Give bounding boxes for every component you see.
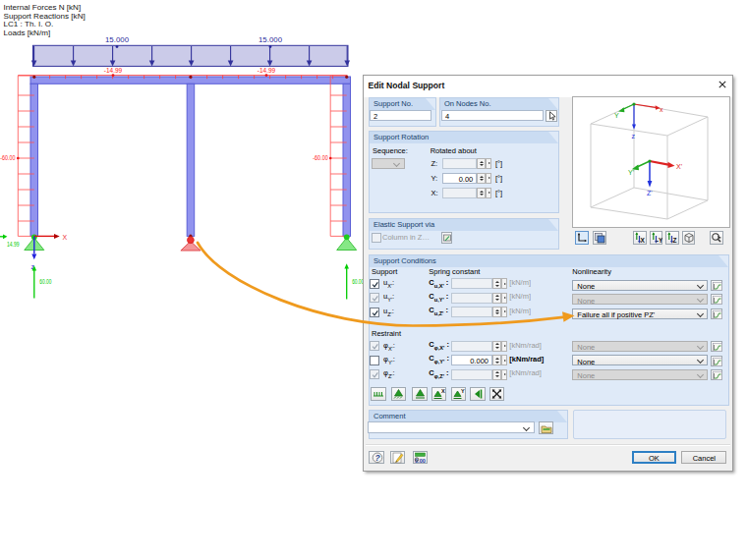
svg-text:0.00: 0.00: [415, 458, 426, 464]
svg-text:X: X: [63, 234, 68, 241]
svg-text:X': X': [676, 163, 682, 170]
svg-text:15.000: 15.000: [259, 35, 282, 44]
svg-text:Loads [kN/m]: Loads [kN/m]: [4, 28, 51, 37]
svg-text:Y': Y': [628, 169, 634, 176]
svg-text:X: X: [641, 237, 646, 244]
svg-text:?: ?: [374, 453, 380, 463]
svg-text:X: X: [441, 388, 445, 394]
svg-text:-60.00: -60.00: [0, 154, 15, 161]
svg-text:x: x: [660, 106, 663, 113]
svg-text:Z': Z': [647, 190, 653, 196]
svg-text:Z: Z: [673, 237, 677, 244]
svg-text:60.00: 60.00: [39, 278, 51, 285]
svg-text:-Y: -Y: [656, 237, 661, 244]
svg-text:15.000: 15.000: [105, 35, 129, 44]
svg-text:Y: Y: [461, 388, 465, 394]
svg-text:Y: Y: [614, 112, 619, 119]
svg-text:z: z: [632, 133, 636, 140]
svg-text:14.99: 14.99: [7, 241, 20, 248]
svg-text:-14.99: -14.99: [258, 67, 276, 74]
svg-text:-60.00: -60.00: [313, 154, 327, 161]
svg-text:-14.99: -14.99: [104, 67, 123, 74]
